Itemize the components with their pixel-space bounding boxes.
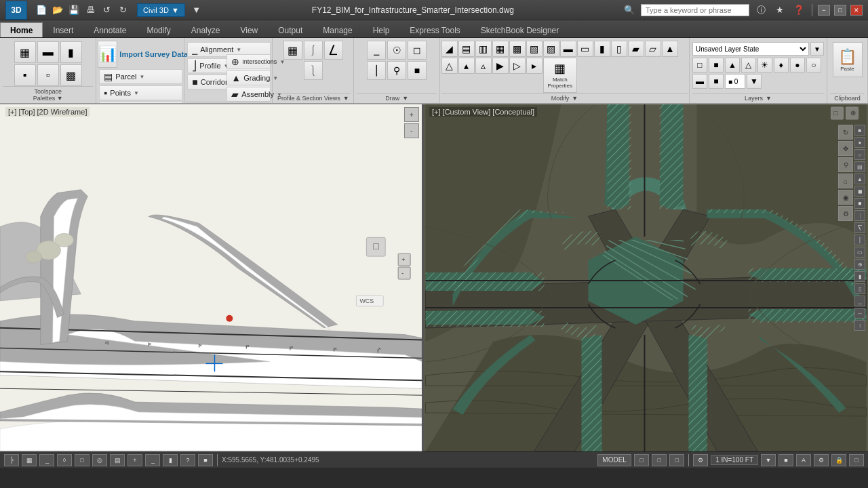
modify-icon-12[interactable]: ▰ (628, 41, 644, 57)
modify-icon-16[interactable]: ▴ (458, 58, 475, 74)
profile-section-dropdown[interactable]: Profile & Section Views▼ (275, 93, 351, 103)
nav-tool-9[interactable]: ⎲ (854, 222, 865, 233)
layer-icon-2[interactable]: ■ (709, 58, 724, 73)
modify-icon-5[interactable]: ▩ (509, 41, 526, 57)
nav-tool-8[interactable]: ⎱ (854, 210, 865, 221)
save-btn[interactable]: 💾 (66, 3, 81, 18)
toolspace-icon-2[interactable]: ▬ (37, 41, 59, 63)
3d-home-btn[interactable]: ⌂ (838, 174, 853, 188)
nav-tool-5[interactable]: ▲ (854, 174, 865, 184)
nav-tool-12[interactable]: ⊕ (854, 259, 865, 270)
nav-tool-6[interactable]: ◼ (854, 186, 865, 197)
3d-orbit-btn[interactable]: ↻ (838, 125, 853, 140)
modify-dropdown[interactable]: Modify▼ (441, 93, 688, 103)
ps-icon-4[interactable]: ⎱ (304, 61, 323, 80)
draw-icon-4[interactable]: ⎪ (367, 61, 386, 80)
modify-icon-15[interactable]: △ (441, 58, 458, 74)
redo-btn[interactable]: ↻ (115, 3, 130, 18)
clipboard-label[interactable]: Clipboard (830, 93, 865, 103)
otrack-btn[interactable]: ◎ (92, 454, 107, 466)
layer-state-dropdown[interactable]: Unsaved Layer State (692, 42, 809, 56)
nav-tool-3[interactable]: ○ (854, 149, 865, 160)
3d-zoom-btn[interactable]: ⚲ (838, 157, 853, 172)
osnap-btn[interactable]: □ (75, 454, 90, 466)
modify-icon-6[interactable]: ▧ (526, 41, 542, 57)
nav-tool-13[interactable]: ▮ (854, 271, 865, 282)
viewport-right[interactable]: [+] [Custom View] [Conceptual] (424, 104, 868, 451)
assembly-btn[interactable]: ▰ Assembly ▼ (226, 87, 271, 102)
draw-dropdown[interactable]: Draw▼ (357, 93, 437, 103)
modify-icon-14[interactable]: ▲ (662, 41, 678, 57)
new-file-btn[interactable]: 📄 (34, 3, 49, 18)
open-file-btn[interactable]: 📂 (50, 3, 65, 18)
draw-icon-6[interactable]: ■ (408, 61, 427, 80)
layer-icon-1[interactable]: □ (692, 58, 707, 73)
workspace-arrow[interactable]: ▼ (189, 3, 204, 18)
undo-btn[interactable]: ↺ (99, 3, 114, 18)
close-btn[interactable]: ✕ (850, 5, 863, 16)
layer-state-icon[interactable]: ▼ (810, 42, 824, 56)
zoom-out-btn[interactable]: - (404, 123, 419, 138)
modify-icon-10[interactable]: ▮ (594, 41, 610, 57)
nav-tool-1[interactable]: ■ (854, 125, 865, 136)
model-btn[interactable]: MODEL (597, 454, 631, 466)
zoom-in-btn[interactable]: + (404, 107, 419, 122)
3d-view-btn[interactable]: ◉ (838, 190, 853, 205)
draw-icon-1[interactable]: ⎯ (367, 41, 386, 60)
tpc-btn[interactable]: ▮ (163, 454, 178, 466)
layer-icon-6[interactable]: ♦ (774, 58, 789, 73)
plot-btn[interactable]: 🖶 (83, 3, 98, 18)
nav-tool-10[interactable]: ⎪ (854, 235, 865, 245)
draw-icon-3[interactable]: ◻ (408, 41, 427, 60)
settings-btn[interactable]: ⚙ (693, 454, 708, 466)
nav-tool-7[interactable]: ◽ (854, 198, 865, 209)
nav-tool-11[interactable]: ▭ (854, 247, 865, 258)
draw-icon-2[interactable]: ☉ (387, 41, 406, 60)
tab-modify[interactable]: Modify (136, 22, 180, 37)
toolspace-icon-4[interactable]: ▪ (14, 64, 36, 86)
ps-icon-1[interactable]: ▦ (283, 41, 302, 60)
points-btn[interactable]: ▪ Points ▼ (99, 85, 182, 100)
tab-express-tools[interactable]: Express Tools (399, 22, 470, 37)
draw-icon-5[interactable]: ⚲ (387, 61, 406, 80)
toolspace-icon-5[interactable]: ▫ (37, 64, 59, 86)
modify-icon-1[interactable]: ◢ (441, 41, 458, 57)
toolspace-icon-3[interactable]: ▮ (60, 41, 82, 63)
lockui-btn[interactable]: 🔒 (831, 454, 846, 466)
nav-tool-2[interactable]: ● (854, 137, 865, 148)
tab-help[interactable]: Help (363, 22, 400, 37)
modify-icon-19[interactable]: ▷ (509, 58, 526, 74)
tab-home[interactable]: Home (0, 22, 43, 37)
workspace-status-btn[interactable]: ⚙ (814, 454, 829, 466)
modify-icon-9[interactable]: ▭ (577, 41, 593, 57)
3d-pan-btn[interactable]: ✥ (838, 141, 853, 156)
layer-icon-8[interactable]: ○ (806, 58, 821, 73)
modify-icon-11[interactable]: ▯ (611, 41, 627, 57)
nav-tool-17[interactable]: ↕ (854, 320, 865, 331)
modify-icon-8[interactable]: ▬ (560, 41, 576, 57)
modify-icon-2[interactable]: ▤ (458, 41, 475, 57)
layer-icon-9[interactable]: ▬ (692, 74, 707, 89)
tab-sketchbook[interactable]: SketchBook Designer (471, 22, 569, 37)
paste-btn[interactable]: 📋 Paste (833, 42, 863, 77)
info-icon[interactable]: ⓘ (753, 3, 768, 18)
modify-icon-17[interactable]: ▵ (475, 58, 492, 74)
viewport-left[interactable]: [+] [Top] [2D Wireframe] (0, 104, 424, 451)
layout1-btn[interactable]: □ (634, 454, 649, 466)
toolspace-icon-1[interactable]: ▦ (14, 41, 36, 63)
layer-icon-3[interactable]: ▲ (725, 58, 740, 73)
lw-btn[interactable]: ⎯ (145, 454, 160, 466)
qp-btn[interactable]: ? (180, 454, 195, 466)
parcel-btn[interactable]: ▤ Parcel ▼ (99, 69, 182, 84)
maximize-btn[interactable]: □ (834, 5, 846, 16)
tab-view[interactable]: View (230, 22, 268, 37)
modify-icon-18[interactable]: ▶ (492, 58, 509, 74)
nav-tool-14[interactable]: ▯ (854, 283, 865, 294)
modify-icon-3[interactable]: ▥ (475, 41, 492, 57)
nav-tool-4[interactable]: ▤ (854, 161, 865, 172)
layout3-btn[interactable]: □ (669, 454, 684, 466)
grid-btn[interactable]: ▦ (22, 454, 37, 466)
star-icon[interactable]: ★ (772, 3, 787, 18)
dyn-btn[interactable]: + (127, 454, 142, 466)
modify-icon-13[interactable]: ▱ (645, 41, 661, 57)
